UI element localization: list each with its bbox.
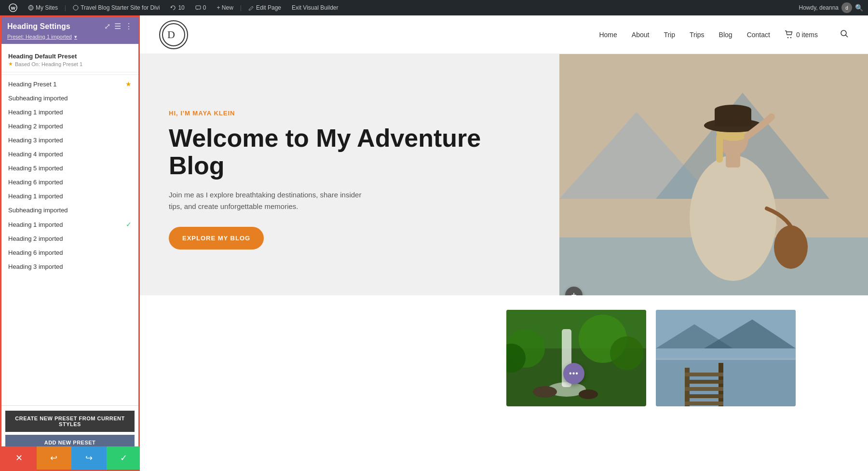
svg-rect-50 — [656, 358, 796, 360]
preset-item-2[interactable]: Subheading imported — [1, 91, 138, 105]
hero-image — [559, 54, 868, 295]
comments-count: 0 — [203, 4, 206, 11]
svg-point-12 — [841, 30, 846, 36]
more-icon[interactable]: ⋮ — [125, 22, 133, 31]
preset-item-12[interactable]: Heading 2 imported — [1, 232, 138, 246]
preset-item-label: Heading 3 imported — [8, 263, 63, 270]
exit-builder-item[interactable]: Exit Visual Builder — [288, 4, 342, 11]
preset-item-label: Heading 4 imported — [8, 151, 63, 158]
preset-item-8[interactable]: Heading 6 imported — [1, 175, 138, 189]
star-icon: ★ — [8, 61, 13, 67]
gallery-item-waterfall — [506, 310, 646, 406]
svg-text:W: W — [11, 5, 16, 11]
preset-item-label: Heading 6 imported — [8, 179, 63, 186]
hero-subtitle: HI, I'M MAYA KLEIN — [169, 110, 530, 117]
hero-title: Welcome to My Adventure Blog — [169, 125, 530, 180]
new-item[interactable]: + New — [213, 4, 237, 11]
undo-button[interactable]: ↩ — [37, 446, 72, 470]
preset-item-label: Heading 3 imported — [8, 137, 63, 144]
default-preset-name: Heading Default Preset — [8, 53, 132, 60]
nav-blog[interactable]: Blog — [719, 31, 732, 39]
nav-home[interactable]: Home — [599, 31, 617, 39]
layout-icon[interactable]: ☰ — [114, 22, 121, 31]
preset-item-6[interactable]: Heading 4 imported — [1, 147, 138, 161]
preset-item-10[interactable]: Subheading imported — [1, 203, 138, 217]
updates-count: 10 — [178, 4, 184, 11]
my-sites-label: My Sites — [36, 4, 58, 11]
preset-item-3[interactable]: Heading 1 imported — [1, 105, 138, 119]
preset-item-label: Heading 2 imported — [8, 123, 63, 130]
nav-trip[interactable]: Trip — [664, 31, 675, 39]
bottom-toolbar: ✕ ↩ ↪ ✓ — [1, 446, 141, 470]
hero-cta-button[interactable]: EXPLORE MY BLOG — [169, 227, 264, 249]
cancel-button[interactable]: ✕ — [1, 446, 37, 470]
hero-section: HI, I'M MAYA KLEIN Welcome to My Adventu… — [140, 54, 868, 295]
svg-rect-45 — [685, 373, 723, 376]
svg-point-36 — [610, 336, 644, 370]
avatar[interactable]: d — [841, 2, 852, 13]
preset-label[interactable]: Preset: Heading 1 imported ▾ — [1, 34, 138, 44]
svg-rect-49 — [685, 402, 723, 405]
nav-contact[interactable]: Contact — [747, 31, 770, 39]
default-preset-block[interactable]: Heading Default Preset ★ Based On: Headi… — [1, 48, 138, 72]
svg-rect-44 — [719, 363, 723, 406]
search-icon[interactable]: 🔍 — [855, 4, 863, 12]
panel-header: Heading Settings ⤢ ☰ ⋮ — [1, 17, 138, 34]
site-nav: D Home About Trip Trips Blog Contact 0 i… — [140, 15, 868, 54]
svg-point-10 — [787, 37, 788, 38]
preset-item-label: Subheading imported — [8, 207, 68, 214]
preset-item-14[interactable]: Heading 3 imported — [1, 260, 138, 274]
panel-header-icons: ⤢ ☰ ⋮ — [104, 22, 133, 31]
svg-point-5 — [73, 5, 78, 10]
preset-list[interactable]: Heading Default Preset ★ Based On: Headi… — [1, 44, 138, 405]
preset-item-label: Heading 1 imported — [8, 193, 63, 200]
main-area: Heading Settings ⤢ ☰ ⋮ Preset: Heading 1… — [0, 15, 868, 471]
expand-icon[interactable]: ⤢ — [104, 22, 110, 31]
preset-item-4[interactable]: Heading 2 imported — [1, 119, 138, 133]
preset-item-label: Heading 1 imported — [8, 109, 63, 116]
preset-item-label: Subheading imported — [8, 95, 68, 102]
left-panel: Heading Settings ⤢ ☰ ⋮ Preset: Heading 1… — [0, 15, 140, 471]
fab-menu-button[interactable]: ••• — [563, 363, 584, 384]
save-button[interactable]: ✓ — [107, 446, 142, 470]
preset-item-label: Heading 1 imported — [8, 221, 63, 228]
svg-line-13 — [846, 35, 848, 37]
preset-arrow: ▾ — [74, 34, 77, 40]
panel-title: Heading Settings — [7, 22, 70, 31]
comments-item[interactable]: 0 — [191, 4, 210, 11]
svg-rect-48 — [685, 394, 723, 398]
default-preset-based: ★ Based On: Heading Preset 1 — [8, 61, 132, 67]
wp-logo-item[interactable]: W — [5, 3, 21, 12]
gallery-section — [140, 295, 868, 406]
create-preset-button[interactable]: CREATE NEW PRESET FROM CURRENT STYLES — [5, 411, 135, 432]
svg-point-32 — [533, 386, 557, 398]
divider — [1, 74, 138, 75]
check-icon: ✓ — [126, 221, 132, 228]
search-icon[interactable] — [840, 29, 849, 40]
preset-item-9[interactable]: Heading 1 imported — [1, 189, 138, 203]
preset-item-11[interactable]: Heading 1 imported ✓ — [1, 217, 138, 232]
edit-page-item[interactable]: Edit Page — [244, 4, 285, 11]
nav-about[interactable]: About — [632, 31, 650, 39]
svg-text:D: D — [167, 28, 175, 41]
nav-trips[interactable]: Trips — [690, 31, 705, 39]
redo-button[interactable]: ↪ — [71, 446, 107, 470]
nav-cart[interactable]: 0 items — [785, 30, 818, 39]
svg-point-27 — [774, 225, 808, 269]
admin-bar: W My Sites | Travel Blog Starter Site fo… — [0, 0, 868, 15]
svg-point-11 — [790, 37, 791, 38]
my-sites-item[interactable]: My Sites — [24, 4, 62, 11]
preset-item-5[interactable]: Heading 3 imported — [1, 133, 138, 147]
updates-item[interactable]: 10 — [166, 4, 188, 11]
preset-item-label: Heading Preset 1 — [8, 81, 56, 88]
preset-item-13[interactable]: Heading 6 imported — [1, 246, 138, 260]
preset-item-7[interactable]: Heading 5 imported — [1, 161, 138, 175]
blog-name-item[interactable]: Travel Blog Starter Site for Divi — [69, 4, 163, 11]
svg-point-33 — [579, 389, 598, 399]
star-active-icon: ★ — [125, 80, 132, 88]
svg-rect-47 — [685, 387, 723, 391]
hero-content: HI, I'M MAYA KLEIN Welcome to My Adventu… — [140, 54, 559, 295]
cart-count: 0 items — [796, 31, 818, 39]
svg-rect-42 — [656, 358, 796, 406]
preset-item-1[interactable]: Heading Preset 1 ★ — [1, 77, 138, 91]
